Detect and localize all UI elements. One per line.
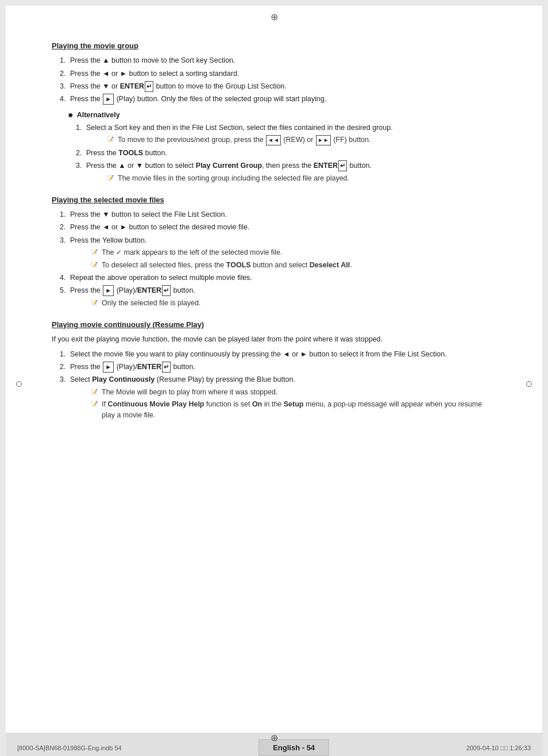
main-content: Playing the movie group Press the ▲ butt…: [52, 40, 496, 421]
list-item: Press the ▲ button to move to the Sort k…: [68, 55, 496, 66]
section-resume-play: Playing movie continuously (Resume Play)…: [52, 319, 496, 421]
note-icon: 📝: [91, 298, 99, 308]
play-icon: ►: [103, 94, 114, 105]
play-icon: ►: [103, 362, 114, 373]
note-text: The Movie will begin to play from where …: [102, 387, 277, 398]
checkmark: ✓: [116, 248, 122, 256]
section-selected-movie-files: Playing the selected movie files Press t…: [52, 194, 496, 309]
list-item: Repeat the above operation to select mul…: [68, 273, 496, 283]
note-icon: 📝: [91, 387, 99, 397]
note-block: 📝 The ✓ mark appears to the left of the …: [91, 247, 496, 271]
note-line: 📝 The ✓ mark appears to the left of the …: [91, 247, 496, 258]
section-title-movie-group: Playing the movie group: [52, 40, 496, 52]
rew-button: ◄◄: [266, 135, 281, 145]
note-icon: 📝: [91, 260, 99, 270]
list-item: Press the ◄ or ► button to select the de…: [68, 222, 496, 233]
note-text: If Continuous Movie Play Help function i…: [102, 399, 496, 421]
note-text: The ✓ mark appears to the left of the se…: [102, 247, 282, 258]
list-item: Press the Yellow button. 📝 The ✓ mark ap…: [68, 235, 496, 271]
note-block: 📝 The movie files in the sorting group i…: [107, 173, 496, 184]
right-binding-mark: [526, 381, 532, 387]
note-text: Only the selected file is played.: [102, 298, 200, 309]
note-icon: 📝: [91, 248, 99, 257]
note-icon: 📝: [91, 400, 99, 409]
note-text: The movie files in the sorting group inc…: [118, 173, 349, 184]
note-text: To move to the previous/next group, pres…: [118, 135, 371, 145]
note-line: 📝 Only the selected file is played.: [91, 298, 496, 309]
selected-files-steps: Press the ▼ button to select the File Li…: [68, 209, 496, 309]
top-symbol: ⊕: [271, 11, 278, 22]
section-title-selected-files: Playing the selected movie files: [52, 194, 496, 206]
enter-icon: ↵: [162, 362, 171, 373]
list-item: Press the ◄ or ► button to select a sort…: [68, 68, 496, 79]
ff-button: ►►: [316, 135, 331, 145]
list-item: Press the ▼ or ENTER↵ button to move to …: [68, 81, 496, 92]
note-line: 📝 To move to the previous/next group, pr…: [107, 135, 496, 145]
footer-right-text: 2009-04-10 □□ 1:26:33: [466, 745, 531, 751]
list-item: Press the ▼ button to select the File Li…: [68, 209, 496, 220]
movie-group-steps: Press the ▲ button to move to the Sort k…: [68, 55, 496, 105]
note-line: 📝 The Movie will begin to play from wher…: [91, 387, 496, 398]
alternatively-steps: Select a Sort key and then in the File L…: [84, 122, 496, 184]
enter-icon: ↵: [338, 160, 347, 171]
footer-left-text: [8000-SA]BN68-01988G-Eng.indb 54: [17, 745, 122, 751]
note-icon: 📝: [107, 135, 115, 144]
note-text: To deselect all selected files, press th…: [102, 260, 352, 271]
enter-icon: ↵: [145, 81, 153, 92]
note-line: 📝 To deselect all selected files, press …: [91, 260, 496, 271]
section-playing-movie-group: Playing the movie group Press the ▲ butt…: [52, 40, 496, 184]
enter-icon: ↵: [162, 285, 171, 296]
note-block: 📝 The Movie will begin to play from wher…: [91, 387, 496, 421]
resume-play-steps: Select the movie file you want to play c…: [68, 349, 496, 421]
list-item: Press the ► (Play) button. Only the file…: [68, 94, 496, 105]
note-line: 📝 The movie files in the sorting group i…: [107, 173, 496, 184]
bottom-symbol: ⊕: [271, 732, 278, 743]
note-block: 📝 To move to the previous/next group, pr…: [107, 135, 496, 145]
alternatively-label: ● Alternatively: [68, 110, 496, 121]
footer-page-number: English - 54: [258, 739, 329, 756]
note-block: 📝 Only the selected file is played.: [91, 298, 496, 309]
section-title-resume-play: Playing movie continuously (Resume Play): [52, 319, 496, 331]
list-item: Press the ▲ or ▼ button to select Play C…: [84, 160, 496, 184]
list-item: Press the ► (Play)/ENTER↵ button. 📝 Only…: [68, 285, 496, 309]
note-line: 📝 If Continuous Movie Play Help function…: [91, 399, 496, 421]
page: ⊕ Playing the movie group Press the ▲ bu…: [6, 6, 542, 756]
list-item: Press the TOOLS button.: [84, 148, 496, 159]
play-icon: ►: [103, 285, 114, 296]
list-item: Select the movie file you want to play c…: [68, 349, 496, 360]
left-binding-mark: [16, 381, 22, 387]
list-item: Select a Sort key and then in the File L…: [84, 122, 496, 146]
resume-play-intro: If you exit the playing movie function, …: [52, 334, 496, 345]
note-icon: 📝: [107, 174, 115, 183]
list-item: Press the ► (Play)/ENTER↵ button.: [68, 362, 496, 373]
list-item: Select Play Continuously (Resume Play) b…: [68, 374, 496, 421]
